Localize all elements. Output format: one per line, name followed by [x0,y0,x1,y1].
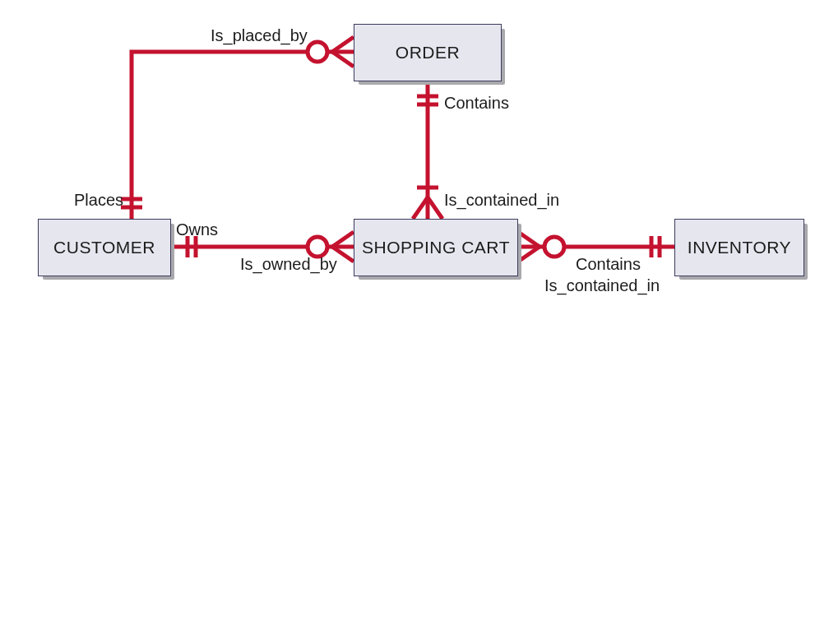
crowfoot [332,52,354,67]
crowfoot [428,197,442,219]
er-diagram-canvas: CUSTOMER ORDER SHOPPING CART INVENTORY P… [0,0,829,644]
label-is-contained-in-2: Is_contained_in [544,276,660,295]
label-is-placed-by: Is_placed_by [211,26,308,45]
entity-order-label: ORDER [396,43,460,63]
label-contains-1: Contains [444,94,509,113]
rel-customer-order-line [132,52,354,219]
crowfoot [332,37,354,52]
label-owns: Owns [176,220,218,239]
crowfoot [413,197,428,219]
label-contains-2: Contains [576,255,641,274]
connectors-layer [0,0,829,644]
entity-inventory: INVENTORY [674,219,804,276]
opt-circle [308,237,327,257]
entity-customer: CUSTOMER [38,219,171,276]
label-places: Places [74,191,123,210]
label-is-owned-by: Is_owned_by [240,255,337,274]
entity-inventory-label: INVENTORY [688,238,791,257]
entity-order: ORDER [354,24,502,81]
entity-shopping-cart: SHOPPING CART [354,219,518,276]
label-is-contained-in-1: Is_contained_in [444,191,559,210]
crowfoot [332,232,354,247]
entity-customer-label: CUSTOMER [53,238,155,257]
opt-circle [308,42,327,62]
opt-circle [544,237,564,257]
entity-shopping-cart-label: SHOPPING CART [362,238,510,257]
